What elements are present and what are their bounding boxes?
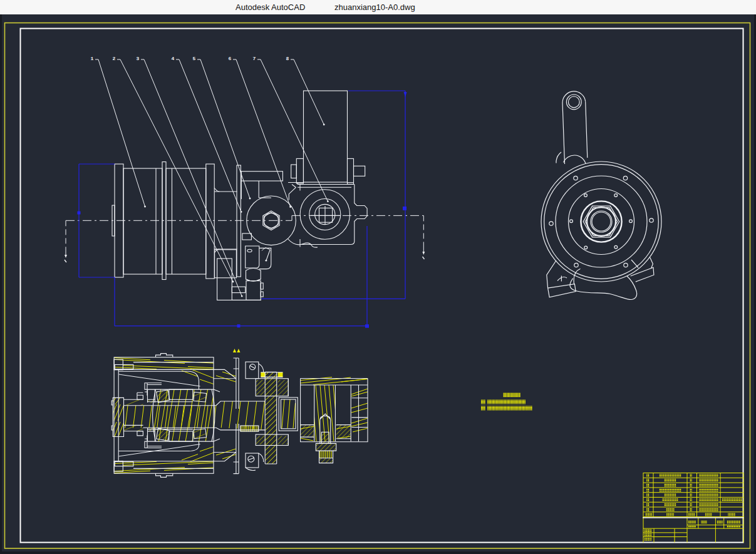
svg-text:1: 1 — [91, 56, 94, 61]
svg-text:5: 5 — [193, 56, 196, 61]
svg-text:6: 6 — [229, 56, 232, 61]
svg-text:2: 2 — [113, 56, 116, 61]
svg-text:4: 4 — [172, 56, 175, 61]
svg-text:8: 8 — [286, 56, 289, 61]
svg-text:7: 7 — [253, 56, 256, 61]
svg-text:3: 3 — [137, 56, 140, 61]
